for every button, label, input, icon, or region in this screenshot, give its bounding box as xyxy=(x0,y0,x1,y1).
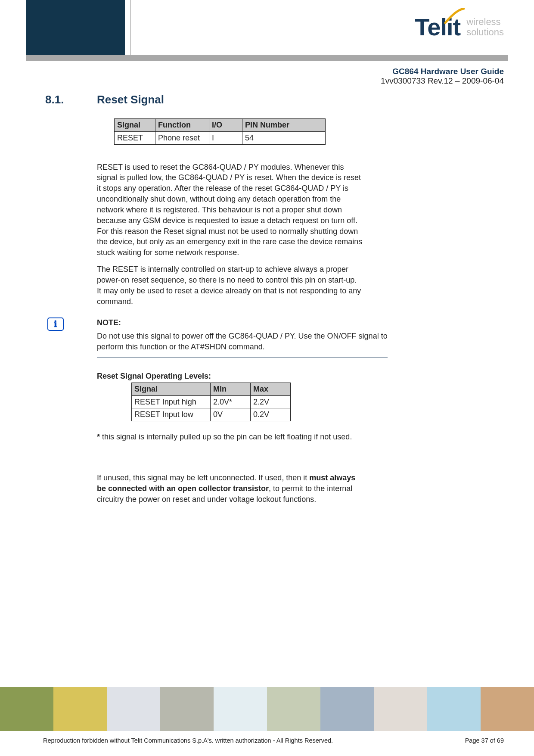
document-revision: 1vv0300733 Rev.12 – 2009-06-04 xyxy=(381,76,504,86)
levels-heading: Reset Signal Operating Levels: xyxy=(97,371,363,382)
section-number: 8.1. xyxy=(45,93,64,106)
td-signal: RESET xyxy=(115,131,155,144)
footer-copyright: Reproduction forbidden without Telit Com… xyxy=(43,737,333,744)
td-function: Phone reset xyxy=(155,131,209,144)
td-signal: RESET Input high xyxy=(132,395,211,408)
paragraph-unused: If unused, this signal may be left uncon… xyxy=(97,473,363,504)
th-signal: Signal xyxy=(115,119,155,132)
document-page: Telit wireless solutions GC864 Hardware … xyxy=(0,0,534,756)
brand-logo: Telit wireless solutions xyxy=(415,13,504,41)
td-pin: 54 xyxy=(242,131,326,144)
main-content: Signal Function I/O PIN Number RESET Pho… xyxy=(97,118,363,511)
brand-tagline-line1: wireless xyxy=(466,17,504,27)
strip-seg xyxy=(374,687,427,731)
note-label: NOTE: xyxy=(97,317,388,328)
header-separator xyxy=(130,0,130,60)
info-icon: ℹ xyxy=(47,317,64,331)
td-io: I xyxy=(209,131,242,144)
footer-image-strip xyxy=(0,687,534,731)
strip-seg xyxy=(481,687,534,731)
brand-name: Telit xyxy=(415,13,460,41)
td-min: 2.0V* xyxy=(211,395,251,408)
page-header: Telit wireless solutions xyxy=(0,0,534,60)
levels-table: Signal Min Max RESET Input high 2.0V* 2.… xyxy=(131,383,291,421)
brand-tagline-line2: solutions xyxy=(466,27,504,37)
section-title: Reset Signal xyxy=(97,93,164,106)
p3-pre: If unused, this signal may be left uncon… xyxy=(97,473,309,482)
th-signal: Signal xyxy=(132,383,211,395)
td-min: 0V xyxy=(211,408,251,421)
th-io: I/O xyxy=(209,119,242,132)
footer-page-number: Page 37 of 69 xyxy=(465,737,504,744)
note-body: Do not use this signal to power off the … xyxy=(97,331,388,352)
header-gray-bar xyxy=(26,55,508,61)
paragraph-reset-startup: The RESET is internally controlled on st… xyxy=(97,264,363,307)
strip-seg xyxy=(0,687,53,731)
header-dark-block xyxy=(26,0,125,60)
strip-seg xyxy=(267,687,320,731)
brand-swoosh-icon xyxy=(443,8,465,25)
footnote-text: this signal is internally pulled up so t… xyxy=(100,432,352,441)
strip-seg xyxy=(427,687,481,731)
th-function: Function xyxy=(155,119,209,132)
th-pin: PIN Number xyxy=(242,119,326,132)
document-meta: GC864 Hardware User Guide 1vv0300733 Rev… xyxy=(381,67,504,86)
footnote: * this signal is internally pulled up so… xyxy=(97,432,363,442)
td-max: 2.2V xyxy=(251,395,291,408)
spacer xyxy=(97,448,363,473)
strip-seg xyxy=(160,687,214,731)
td-max: 0.2V xyxy=(251,408,291,421)
strip-seg xyxy=(320,687,374,731)
table-header-row: Signal Min Max xyxy=(132,383,291,395)
paragraph-reset-desc: RESET is used to reset the GC864-QUAD / … xyxy=(97,162,363,258)
th-max: Max xyxy=(251,383,291,395)
footnote-marker: * xyxy=(97,432,100,441)
strip-seg xyxy=(107,687,160,731)
table-row: RESET Input low 0V 0.2V xyxy=(132,408,291,421)
table-row: RESET Phone reset I 54 xyxy=(115,131,326,144)
brand-tagline: wireless solutions xyxy=(466,17,504,37)
table-header-row: Signal Function I/O PIN Number xyxy=(115,119,326,132)
table-row: RESET Input high 2.0V* 2.2V xyxy=(132,395,291,408)
note-block: ℹ NOTE: Do not use this signal to power … xyxy=(97,313,388,358)
th-min: Min xyxy=(211,383,251,395)
document-title: GC864 Hardware User Guide xyxy=(381,67,504,76)
footer-text: Reproduction forbidden without Telit Com… xyxy=(43,737,504,744)
strip-seg xyxy=(53,687,107,731)
td-signal: RESET Input low xyxy=(132,408,211,421)
strip-seg xyxy=(214,687,267,731)
signal-table: Signal Function I/O PIN Number RESET Pho… xyxy=(114,118,326,145)
